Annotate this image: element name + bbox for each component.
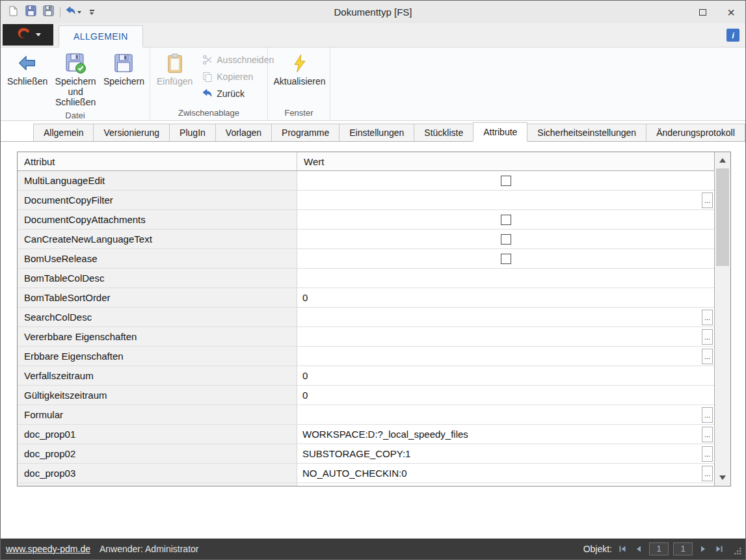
copy-icon xyxy=(202,71,213,82)
maximize-button[interactable] xyxy=(688,1,717,23)
button-label: Kopieren xyxy=(217,72,253,82)
attribute-value-cell[interactable]: ... xyxy=(297,347,714,366)
value-checkbox[interactable] xyxy=(501,176,511,186)
attribute-name-cell[interactable]: BomTableSortOrder xyxy=(18,288,297,307)
ribbon: Schließen Speichern und Schließen Speich… xyxy=(1,47,745,121)
attribute-value-cell[interactable]: WORKSPACE:D:?_local_speedy_files... xyxy=(297,425,714,444)
nav-last-button[interactable] xyxy=(713,543,725,555)
tab-änderungsprotokoll[interactable]: Änderungsprotokoll xyxy=(646,124,745,141)
tab-versionierung[interactable]: Versionierung xyxy=(93,124,170,141)
resize-grip[interactable] xyxy=(734,546,743,555)
new-document-button[interactable] xyxy=(6,5,20,20)
undo-icon xyxy=(202,88,213,99)
customize-toolbar-icon xyxy=(90,10,94,15)
info-button[interactable]: i xyxy=(726,29,739,42)
speichern-und-schliessen-button[interactable]: Speichern und Schließen xyxy=(50,50,101,109)
attribute-name-cell[interactable]: MultiLanguageEdit xyxy=(18,171,297,190)
column-header-attribut[interactable]: Attribut xyxy=(18,152,297,170)
tab-vorlagen[interactable]: Vorlagen xyxy=(215,124,272,141)
undo-dropdown-arrow-icon[interactable] xyxy=(77,11,81,14)
ellipsis-button[interactable]: ... xyxy=(702,466,713,481)
tab-sicherheitseinstellungen[interactable]: Sicherheitseinstellungen xyxy=(527,124,646,141)
quick-access-toolbar xyxy=(1,5,99,20)
attribute-name-cell[interactable]: BomTableColDesc xyxy=(18,269,297,287)
table-row: doc_prop02SUBSTORAGE_COPY:1... xyxy=(18,444,714,464)
attribute-value-cell[interactable]: SUBSTORAGE_COPY:1... xyxy=(297,444,714,463)
value-checkbox[interactable] xyxy=(501,215,511,225)
ausschneiden-button[interactable]: Ausschneiden xyxy=(202,54,274,65)
attribute-value-cell[interactable]: 0 xyxy=(297,288,714,307)
object-number-field-1[interactable]: 1 xyxy=(649,542,669,555)
object-number-field-2[interactable]: 1 xyxy=(673,542,693,555)
attribute-value-cell[interactable] xyxy=(297,210,714,229)
attribute-name-cell[interactable]: doc_prop03 xyxy=(18,464,297,483)
attribute-name-cell[interactable]: DocumentCopyFilter xyxy=(18,191,297,209)
attribute-name-cell[interactable]: doc_prop01 xyxy=(18,425,297,444)
ribbon-tab-allgemein[interactable]: ALLGEMEIN xyxy=(59,25,143,47)
ellipsis-button[interactable]: ... xyxy=(702,427,713,442)
customize-toolbar-button[interactable] xyxy=(85,5,99,20)
attribute-value-cell[interactable] xyxy=(297,230,714,248)
tab-plugin[interactable]: PlugIn xyxy=(169,124,216,141)
save-button[interactable] xyxy=(23,5,38,20)
table-row: Vererbbare Eigenschaften... xyxy=(18,327,714,347)
object-navigator: Objekt: 1 1 xyxy=(583,542,743,555)
scrollbar-track[interactable] xyxy=(715,168,730,470)
attribute-value-cell[interactable]: 0 xyxy=(297,366,714,385)
nav-next-button[interactable] xyxy=(697,543,709,555)
attribute-value-cell[interactable]: ... xyxy=(297,308,714,327)
attribute-value-cell[interactable]: 0 xyxy=(297,386,714,405)
scroll-down-button[interactable] xyxy=(715,470,730,486)
scrollbar-thumb[interactable] xyxy=(716,168,729,266)
attribute-name-cell[interactable]: BomUseRelease xyxy=(18,249,297,268)
attribute-name-cell[interactable]: Verfallszeitraum xyxy=(18,366,297,385)
speichern-button[interactable]: Speichern xyxy=(101,50,147,88)
einfuegen-button[interactable]: Einfügen xyxy=(154,50,195,88)
value-checkbox[interactable] xyxy=(501,254,511,264)
kopieren-button[interactable]: Kopieren xyxy=(202,71,274,82)
ellipsis-button[interactable]: ... xyxy=(702,349,713,364)
attribute-value-cell[interactable] xyxy=(297,171,714,190)
attribute-value-cell[interactable]: ... xyxy=(297,327,714,346)
column-header-wert[interactable]: Wert xyxy=(297,152,714,170)
nav-first-button[interactable] xyxy=(617,543,628,555)
application-menu-button[interactable] xyxy=(3,24,53,46)
undo-button[interactable] xyxy=(65,5,81,20)
tab-allgemein[interactable]: Allgemein xyxy=(33,124,94,141)
attribute-value-cell[interactable]: ... xyxy=(297,405,714,424)
schliessen-button[interactable]: Schließen xyxy=(5,50,50,88)
attribute-name-cell[interactable]: Vererbbare Eigenschaften xyxy=(18,327,297,346)
partial-row xyxy=(18,483,714,486)
attribute-name-cell[interactable]: SearchColDesc xyxy=(18,308,297,327)
aktualisieren-button[interactable]: Aktualisieren xyxy=(271,50,328,88)
attribute-value-cell[interactable]: NO_AUTO_CHECKIN:0... xyxy=(297,464,714,483)
scroll-up-button[interactable] xyxy=(715,152,730,168)
ellipsis-button[interactable]: ... xyxy=(702,329,713,345)
attribute-name-cell[interactable]: Gültigkeitszeitraum xyxy=(18,386,297,405)
value-checkbox[interactable] xyxy=(501,234,511,245)
vertical-scrollbar[interactable] xyxy=(714,152,730,486)
tab-einstellungen[interactable]: Einstellungen xyxy=(339,124,414,141)
attribute-grid: Attribut Wert MultiLanguageEditDocumentC… xyxy=(17,152,731,487)
website-link[interactable]: www.speedy-pdm.de xyxy=(6,544,90,554)
save-as-button[interactable] xyxy=(41,5,55,20)
ellipsis-button[interactable]: ... xyxy=(702,446,713,462)
ellipsis-button[interactable]: ... xyxy=(702,310,713,325)
attribute-name-cell[interactable]: DocumentCopyAttachments xyxy=(18,210,297,229)
attribute-name-cell[interactable]: Erbbare Eigenschaften xyxy=(18,347,297,366)
zurueck-button[interactable]: Zurück xyxy=(202,88,274,99)
attribute-name-cell[interactable]: Formular xyxy=(18,405,297,424)
nav-previous-button[interactable] xyxy=(633,543,645,555)
save-as-icon xyxy=(43,5,54,19)
tab-stückliste[interactable]: Stückliste xyxy=(414,124,473,141)
attribute-value-cell[interactable] xyxy=(297,269,714,287)
close-button[interactable]: × xyxy=(717,1,745,23)
ellipsis-button[interactable]: ... xyxy=(702,407,713,423)
tab-programme[interactable]: Programme xyxy=(271,124,340,141)
ellipsis-button[interactable]: ... xyxy=(702,193,713,208)
attribute-name-cell[interactable]: CanCreateNewLanguageText xyxy=(18,230,297,248)
attribute-value-cell[interactable] xyxy=(297,249,714,268)
tab-attribute[interactable]: Attribute xyxy=(473,122,527,142)
attribute-name-cell[interactable]: doc_prop02 xyxy=(18,444,297,463)
attribute-value-cell[interactable]: ... xyxy=(297,191,714,209)
